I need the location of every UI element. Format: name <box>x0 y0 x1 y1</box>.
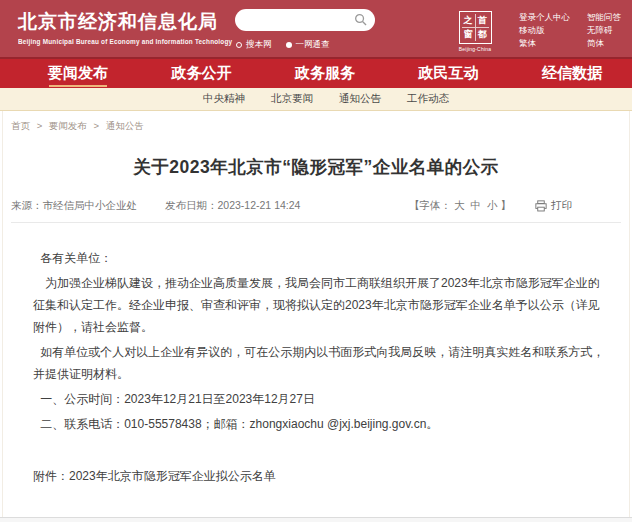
breadcrumb-news[interactable]: 要闻发布 <box>49 120 87 131</box>
subnav-item-notices[interactable]: 通知公告 <box>339 92 381 106</box>
scope-option-label: 一网通查 <box>296 39 330 51</box>
printer-icon <box>535 200 547 212</box>
nav-item-gov-affairs[interactable]: 政务公开 <box>172 59 232 88</box>
subnav-item-central-spirit[interactable]: 中央精神 <box>203 92 245 106</box>
sub-nav: 中央精神 北京要闻 通知公告 工作动态 <box>0 88 632 111</box>
article-meta: 来源：市经信局中小企业处 发布日期：2023-12-21 14:24 【字体：大… <box>3 199 629 222</box>
site-title: 北京市经济和信息化局 <box>18 9 232 35</box>
badge-char: 首 <box>476 14 489 27</box>
nav-item-gov-services[interactable]: 政务服务 <box>295 59 355 88</box>
badge-char: 窗 <box>462 28 475 41</box>
site-subtitle: Beijing Municipal Bureau of Economy and … <box>18 38 232 45</box>
site-logo[interactable]: 北京市经济和信息化局 Beijing Municipal Bureau of E… <box>18 9 232 45</box>
attachment-link[interactable]: 2023年北京市隐形冠军企业拟公示名单 <box>69 469 276 483</box>
link-simplified-chinese[interactable]: 简体 <box>587 39 621 48</box>
content-area: 首页 > 要闻发布 > 通知公告 关于2023年北京市“隐形冠军”企业名单的公示… <box>2 111 630 517</box>
header-quick-links: 登录个人中心 移动版 繁体 智能问答 无障碍 简体 <box>519 13 621 48</box>
paragraph-contact: 二、联系电话：010-55578438；邮箱：zhongxiaochu @jxj… <box>33 413 609 435</box>
paragraph-intro: 为加强企业梯队建设，推动企业高质量发展，我局会同市工商联组织开展了2023年北京… <box>33 272 609 338</box>
badge-char: 都 <box>476 28 489 41</box>
print-button[interactable]: 打印 <box>535 199 572 213</box>
breadcrumb: 首页 > 要闻发布 > 通知公告 <box>3 111 629 133</box>
link-login-personal-center[interactable]: 登录个人中心 <box>519 13 570 22</box>
link-accessibility[interactable]: 无障碍 <box>587 26 621 35</box>
font-size-medium-button[interactable]: 中 <box>471 199 482 211</box>
search-input[interactable] <box>245 9 353 31</box>
font-size-suffix: 】 <box>501 199 512 211</box>
nav-item-data[interactable]: 经信数据 <box>542 59 602 88</box>
font-size-prefix: 【字体： <box>409 199 451 211</box>
scope-option-label: 搜本网 <box>246 39 272 51</box>
scope-option-citywide[interactable]: 一网通查 <box>286 39 330 51</box>
nav-item-news[interactable]: 要闻发布 <box>48 59 108 88</box>
paragraph-objection: 如有单位或个人对以上企业有异议的，可在公示期内以书面形式向我局反映，请注明真实姓… <box>33 341 609 385</box>
article-date: 发布日期：2023-12-21 14:24 <box>165 199 300 213</box>
main-nav: 要闻发布 政务公开 政务服务 政民互动 经信数据 <box>0 57 632 88</box>
font-size-selector: 【字体：大中小】 <box>409 199 511 213</box>
capital-window-logo[interactable]: 之 首 窗 都 Beijing-China <box>457 11 493 52</box>
article-body: 各有关单位： 为加强企业梯队建设，推动企业高质量发展，我局会同市工商联组织开展了… <box>3 223 629 435</box>
source-label: 来源： <box>11 199 43 211</box>
capital-window-seal: 之 首 窗 都 <box>459 11 492 44</box>
paragraph-salutation: 各有关单位： <box>33 247 609 269</box>
badge-caption: Beijing-China <box>457 46 493 52</box>
scope-option-site[interactable]: 搜本网 <box>236 39 272 51</box>
article-source: 来源：市经信局中小企业处 <box>11 199 137 213</box>
date-label: 发布日期： <box>165 199 218 211</box>
attachment-line: 附件：2023年北京市隐形冠军企业拟公示名单 <box>3 438 629 485</box>
print-label: 打印 <box>551 199 572 213</box>
subnav-item-work-updates[interactable]: 工作动态 <box>407 92 449 106</box>
radio-unselected-icon <box>236 42 242 48</box>
site-header: 北京市经济和信息化局 Beijing Municipal Bureau of E… <box>0 0 632 57</box>
date-value: 2023-12-21 14:24 <box>218 199 301 211</box>
nav-item-interaction[interactable]: 政民互动 <box>419 59 479 88</box>
badge-char: 之 <box>462 14 475 27</box>
breadcrumb-separator: > <box>93 120 99 131</box>
page-footer-edge <box>0 517 632 522</box>
radio-selected-icon <box>286 42 292 48</box>
subnav-item-beijing-news[interactable]: 北京要闻 <box>271 92 313 106</box>
font-size-small-button[interactable]: 小 <box>487 199 498 211</box>
breadcrumb-home[interactable]: 首页 <box>11 120 30 131</box>
breadcrumb-notices[interactable]: 通知公告 <box>106 120 144 131</box>
link-traditional-chinese[interactable]: 繁体 <box>519 39 570 48</box>
breadcrumb-separator: > <box>37 120 43 131</box>
attachment-label: 附件： <box>33 469 69 483</box>
link-mobile-version[interactable]: 移动版 <box>519 26 570 35</box>
search-icon[interactable] <box>354 13 367 26</box>
search-box <box>235 9 375 31</box>
font-size-large-button[interactable]: 大 <box>454 199 465 211</box>
search-scope-options: 搜本网 一网通查 <box>236 39 330 51</box>
paragraph-publicity-period: 一、公示时间：2023年12月21日至2023年12月27日 <box>33 388 609 410</box>
article-title: 关于2023年北京市“隐形冠军”企业名单的公示 <box>3 155 629 179</box>
link-smart-qa[interactable]: 智能问答 <box>587 13 621 22</box>
source-value: 市经信局中小企业处 <box>43 199 138 211</box>
